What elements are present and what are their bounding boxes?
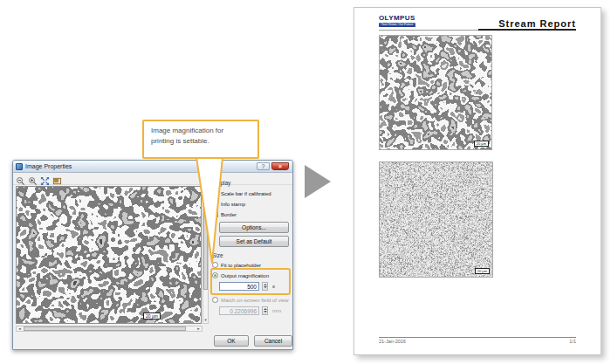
callout-text-line1: Image magnification for: [151, 127, 223, 134]
report-image-2: 20 µm: [379, 161, 493, 278]
olympus-wordmark: OLYMPUS: [379, 15, 415, 22]
scroll-down-icon[interactable]: ▼: [203, 317, 208, 323]
report-image-1-scale-bar: 20 µm: [474, 141, 489, 147]
help-button[interactable]: ?: [257, 162, 270, 170]
olympus-logo: OLYMPUS Your Vision, Our Future: [379, 15, 415, 27]
fov-input[interactable]: 0.2206996: [219, 306, 259, 315]
fit-to-window-icon[interactable]: [40, 174, 50, 183]
callout-box: Image magnification for printing is sett…: [142, 120, 259, 159]
settings-panel: Display Scale bar if calibrated Info sta…: [212, 175, 292, 332]
set-as-default-button[interactable]: Set as Default: [219, 236, 289, 247]
cancel-button[interactable]: Cancel: [254, 335, 292, 347]
stream-report-page: OLYMPUS Your Vision, Our Future Stream R…: [354, 7, 601, 355]
scroll-right-icon[interactable]: ►: [196, 326, 202, 331]
radio-icon[interactable]: [212, 272, 218, 278]
checkbox-icon[interactable]: [212, 190, 218, 196]
close-button[interactable]: ×: [271, 162, 289, 170]
magnification-input[interactable]: 500: [219, 282, 259, 291]
image-properties-dialog: Image Properties ? ×: [12, 160, 293, 350]
radio-match-fov[interactable]: Match on-screen field of view: [212, 296, 292, 304]
display-group-label: Display: [212, 180, 230, 186]
vertical-scroll-thumb[interactable]: [203, 194, 208, 290]
callout-text-line2: printing is settable.: [151, 137, 209, 145]
radio-output-magnification[interactable]: Output magnification: [212, 271, 292, 279]
fov-input-row: 0.2206996 mm: [212, 306, 292, 315]
screenshot-canvas: Image Properties ? ×: [0, 0, 611, 364]
magnification-unit: x: [272, 284, 275, 289]
fov-stepper[interactable]: [262, 306, 268, 315]
scroll-left-icon[interactable]: ◄: [17, 326, 23, 331]
dialog-title: Image Properties: [25, 163, 257, 169]
report-footer: 21-Jan-2016 1/1: [379, 337, 576, 344]
checkbox-info-stamp[interactable]: Info stamp: [212, 200, 292, 208]
horizontal-scroll-thumb[interactable]: [24, 326, 186, 331]
report-image-2-scale-bar: 20 µm: [475, 268, 490, 274]
preview-scale-bar: 20 µm: [143, 312, 161, 319]
checkbox-icon[interactable]: [212, 201, 218, 207]
transition-arrow-icon: [305, 165, 331, 198]
scroll-up-icon[interactable]: ▲: [203, 187, 208, 193]
header-rule-dark: [478, 29, 576, 31]
micrograph-preview: 20 µm: [16, 186, 202, 324]
navigator-icon[interactable]: [52, 174, 62, 183]
magnification-stepper[interactable]: [262, 282, 268, 291]
radio-icon[interactable]: [212, 262, 218, 268]
ok-button[interactable]: OK: [214, 335, 249, 347]
olympus-tagline: Your Vision, Our Future: [379, 23, 415, 27]
report-title: Stream Report: [498, 18, 576, 29]
checkbox-border[interactable]: Border: [212, 210, 292, 218]
report-footer-page: 1/1: [569, 339, 576, 344]
dialog-titlebar[interactable]: Image Properties ? ×: [13, 161, 292, 173]
size-group-label: Size: [212, 252, 223, 258]
preview-vertical-scrollbar[interactable]: ▲ ▼: [203, 186, 209, 324]
fov-unit: mm: [272, 308, 281, 313]
checkbox-scale-bar[interactable]: Scale bar if calibrated: [212, 189, 292, 197]
checkbox-icon[interactable]: [212, 211, 218, 217]
radio-icon[interactable]: [212, 297, 218, 303]
magnification-input-row: 500 x: [212, 281, 292, 291]
report-footer-date: 21-Jan-2016: [379, 339, 406, 344]
preview-horizontal-scrollbar[interactable]: ◄ ►: [16, 326, 203, 332]
zoom-in-icon[interactable]: [28, 174, 38, 183]
options-button[interactable]: Options...: [219, 222, 289, 233]
radio-fit-to-placeholder[interactable]: Fit to placeholder: [212, 261, 292, 269]
zoom-out-icon[interactable]: [16, 174, 25, 183]
dialog-app-icon: [16, 163, 23, 170]
report-image-1: 20 µm: [379, 35, 492, 150]
